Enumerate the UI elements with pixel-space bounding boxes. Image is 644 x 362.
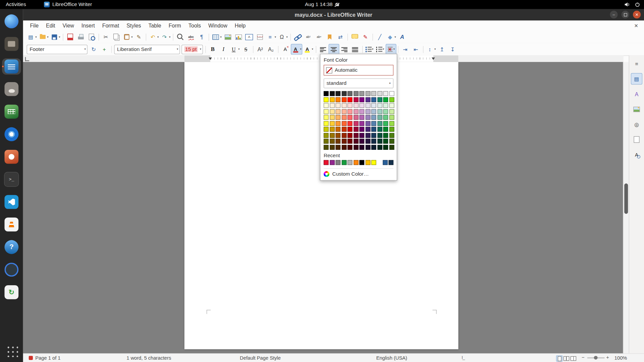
decrease-paragraph-spacing-button[interactable]: ↧ [447,44,458,55]
multi-page-view-button[interactable] [563,355,570,361]
italic-button[interactable]: I [218,44,229,55]
palette-color[interactable] [365,121,370,126]
recent-color[interactable] [371,160,376,165]
print-preview-button[interactable] [86,32,97,42]
menu-help[interactable]: Help [231,21,250,30]
dock-firefox[interactable] [2,13,21,29]
palette-color[interactable] [377,109,382,114]
palette-color[interactable] [347,139,353,144]
insert-special-character-button[interactable]: Ω▾ [277,32,288,42]
palette-color[interactable] [365,139,370,144]
ordered-list-button[interactable]: ▾ [375,44,385,55]
insert-bookmark-button[interactable] [324,32,335,42]
unordered-list-dropdown-arrow[interactable]: ▾ [372,48,373,51]
palette-color[interactable] [330,121,335,126]
palette-color[interactable] [335,139,340,144]
palette-color[interactable] [347,103,353,108]
palette-color[interactable] [383,115,388,120]
update-style-button[interactable]: ↻ [88,44,99,55]
palette-color[interactable] [359,91,364,96]
insert-footnote-button[interactable]: ab¹ [303,32,314,42]
palette-color[interactable] [383,127,388,132]
palette-color[interactable] [359,97,364,102]
sidebar-style-inspector[interactable]: A [631,149,642,160]
palette-color[interactable] [371,145,376,150]
menu-styles[interactable]: Styles [123,21,145,30]
insert-comment-button[interactable] [350,32,360,42]
palette-color[interactable] [341,97,346,102]
no-list-button[interactable]: ▾ [385,44,396,55]
dock-libreoffice-writer[interactable] [2,58,21,75]
palette-color[interactable] [330,91,335,96]
palette-color[interactable] [347,127,353,132]
recent-color[interactable] [354,160,359,165]
insert-hyperlink-button[interactable] [292,32,303,42]
basic-shapes-button[interactable]: ◆▾ [385,32,397,42]
palette-color[interactable] [335,97,340,102]
palette-color[interactable] [359,139,364,144]
insert-image-button[interactable] [222,32,233,42]
new-document-button[interactable]: ▤▾ [26,32,38,42]
palette-color[interactable] [371,121,376,126]
insert-table-button[interactable]: ▾ [211,32,222,42]
palette-color[interactable] [365,127,370,132]
palette-color[interactable] [354,91,359,96]
unordered-list-button[interactable]: ▾ [364,44,375,55]
strikethrough-button[interactable]: S [240,44,251,55]
menu-insert[interactable]: Insert [78,21,99,30]
palette-color[interactable] [354,115,359,120]
palette-color[interactable] [359,145,364,150]
recent-color[interactable] [335,160,340,165]
paste-dropdown-arrow[interactable]: ▾ [131,35,132,39]
palette-color[interactable] [324,133,329,138]
insert-page-break-button[interactable] [255,32,265,42]
show-draw-functions-button[interactable]: A [397,32,408,42]
word-count[interactable]: 1 word, 5 characters [126,355,171,361]
palette-color[interactable] [335,133,340,138]
palette-color[interactable] [377,91,382,96]
palette-color[interactable] [330,115,335,120]
palette-color[interactable] [324,103,329,108]
justify-button[interactable] [350,44,361,55]
print-button[interactable] [75,32,86,42]
no-list-dropdown-arrow[interactable]: ▾ [393,48,395,51]
palette-color[interactable] [341,115,346,120]
palette-color[interactable] [371,127,376,132]
palette-color[interactable] [354,139,359,144]
palette-color[interactable] [359,103,364,108]
palette-color[interactable] [354,133,359,138]
palette-color[interactable] [383,103,388,108]
palette-color[interactable] [330,139,335,144]
palette-color[interactable] [377,145,382,150]
dock-libreoffice-calc[interactable] [2,104,21,120]
dock-gimp[interactable] [2,81,21,97]
track-changes-button[interactable]: ✎ [360,32,371,42]
menu-edit[interactable]: Edit [42,21,59,30]
font-color-button[interactable]: A▾ [290,44,302,55]
highlight-color-button[interactable]: A▾ [302,44,314,55]
palette-color[interactable] [365,115,370,120]
recent-color[interactable] [383,160,388,165]
page-style[interactable]: Default Page Style [240,355,281,361]
text-language[interactable]: English (USA) [376,355,407,361]
undo-dropdown-arrow[interactable]: ▾ [157,35,159,39]
palette-color[interactable] [365,97,370,102]
titlebar[interactable]: mayu.docx - LibreOffice Writer – ✕ [23,9,644,20]
palette-color[interactable] [335,103,340,108]
vertical-scrollbar[interactable] [623,62,629,354]
palette-color[interactable] [324,109,329,114]
palette-color[interactable] [341,91,346,96]
font-size-dropdown-arrow[interactable]: ▾ [200,48,201,51]
palette-color[interactable] [335,115,340,120]
sidebar-page[interactable] [631,134,642,145]
palette-color[interactable] [383,109,388,114]
zoom-in-button[interactable]: + [606,355,609,360]
zoom-out-button[interactable]: − [582,355,585,360]
decrease-indent-button[interactable]: ⇤ [411,44,421,55]
new-document-dropdown-arrow[interactable]: ▾ [35,35,37,39]
insert-table-dropdown-arrow[interactable]: ▾ [220,35,221,39]
palette-color[interactable] [330,133,335,138]
clear-formatting-button[interactable]: A [280,44,291,55]
palette-color[interactable] [341,145,346,150]
palette-color[interactable] [383,133,388,138]
